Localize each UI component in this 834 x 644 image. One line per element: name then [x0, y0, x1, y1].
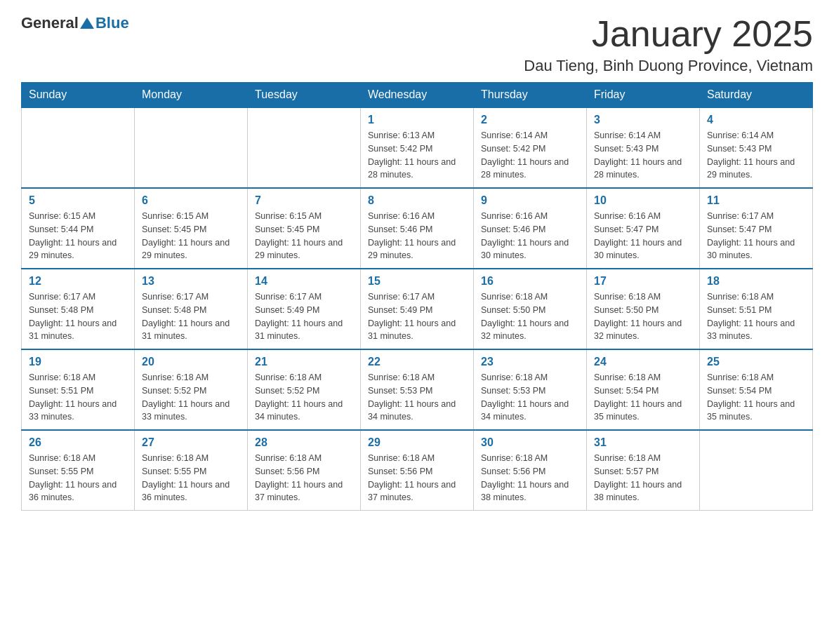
week-row-5: 26Sunrise: 6:18 AMSunset: 5:55 PMDayligh… — [22, 430, 813, 511]
day-number: 20 — [142, 356, 240, 368]
day-info: Sunrise: 6:15 AMSunset: 5:45 PMDaylight:… — [142, 210, 240, 262]
calendar-cell: 11Sunrise: 6:17 AMSunset: 5:47 PMDayligh… — [700, 188, 813, 269]
calendar-cell: 21Sunrise: 6:18 AMSunset: 5:52 PMDayligh… — [248, 349, 361, 430]
calendar-header-saturday: Saturday — [700, 83, 813, 108]
calendar-header-tuesday: Tuesday — [248, 83, 361, 108]
day-number: 19 — [29, 356, 127, 368]
day-number: 1 — [368, 114, 466, 126]
day-number: 8 — [368, 194, 466, 207]
subtitle: Dau Tieng, Binh Duong Province, Vietnam — [524, 57, 813, 75]
day-info: Sunrise: 6:18 AMSunset: 5:55 PMDaylight:… — [142, 452, 240, 504]
day-number: 17 — [594, 275, 692, 288]
day-number: 12 — [29, 275, 127, 288]
calendar-cell: 19Sunrise: 6:18 AMSunset: 5:51 PMDayligh… — [22, 349, 135, 430]
calendar-table: SundayMondayTuesdayWednesdayThursdayFrid… — [21, 82, 813, 511]
day-info: Sunrise: 6:14 AMSunset: 5:43 PMDaylight:… — [707, 129, 805, 182]
day-number: 14 — [255, 275, 353, 288]
calendar-cell — [135, 107, 248, 188]
logo: General Blue — [21, 14, 129, 32]
day-number: 2 — [481, 114, 579, 126]
calendar-cell: 5Sunrise: 6:15 AMSunset: 5:44 PMDaylight… — [22, 188, 135, 269]
day-info: Sunrise: 6:17 AMSunset: 5:49 PMDaylight:… — [255, 290, 353, 343]
day-info: Sunrise: 6:18 AMSunset: 5:56 PMDaylight:… — [481, 452, 579, 504]
day-number: 25 — [707, 356, 805, 368]
day-info: Sunrise: 6:18 AMSunset: 5:51 PMDaylight:… — [29, 371, 127, 424]
calendar-cell: 3Sunrise: 6:14 AMSunset: 5:43 PMDaylight… — [587, 107, 700, 188]
day-info: Sunrise: 6:16 AMSunset: 5:46 PMDaylight:… — [481, 210, 579, 262]
calendar-cell: 25Sunrise: 6:18 AMSunset: 5:54 PMDayligh… — [700, 349, 813, 430]
calendar-cell: 9Sunrise: 6:16 AMSunset: 5:46 PMDaylight… — [474, 188, 587, 269]
day-info: Sunrise: 6:15 AMSunset: 5:44 PMDaylight:… — [29, 210, 127, 262]
day-number: 16 — [481, 275, 579, 288]
day-info: Sunrise: 6:14 AMSunset: 5:42 PMDaylight:… — [481, 129, 579, 182]
day-info: Sunrise: 6:18 AMSunset: 5:54 PMDaylight:… — [707, 371, 805, 424]
day-number: 13 — [142, 275, 240, 288]
day-info: Sunrise: 6:18 AMSunset: 5:57 PMDaylight:… — [594, 452, 692, 504]
calendar-header-row: SundayMondayTuesdayWednesdayThursdayFrid… — [22, 83, 813, 108]
page-header: General Blue January 2025 Dau Tieng, Bin… — [21, 14, 813, 75]
day-number: 5 — [29, 194, 127, 207]
week-row-1: 1Sunrise: 6:13 AMSunset: 5:42 PMDaylight… — [22, 107, 813, 188]
day-info: Sunrise: 6:18 AMSunset: 5:54 PMDaylight:… — [594, 371, 692, 424]
calendar-header-friday: Friday — [587, 83, 700, 108]
calendar-cell: 2Sunrise: 6:14 AMSunset: 5:42 PMDaylight… — [474, 107, 587, 188]
logo-blue-text: Blue — [95, 14, 129, 32]
calendar-cell: 10Sunrise: 6:16 AMSunset: 5:47 PMDayligh… — [587, 188, 700, 269]
calendar-cell: 7Sunrise: 6:15 AMSunset: 5:45 PMDaylight… — [248, 188, 361, 269]
calendar-cell: 1Sunrise: 6:13 AMSunset: 5:42 PMDaylight… — [361, 107, 474, 188]
day-info: Sunrise: 6:18 AMSunset: 5:50 PMDaylight:… — [594, 290, 692, 343]
calendar-header-thursday: Thursday — [474, 83, 587, 108]
calendar-header-monday: Monday — [135, 83, 248, 108]
calendar-cell: 28Sunrise: 6:18 AMSunset: 5:56 PMDayligh… — [248, 430, 361, 511]
calendar-cell: 8Sunrise: 6:16 AMSunset: 5:46 PMDaylight… — [361, 188, 474, 269]
day-number: 22 — [368, 356, 466, 368]
day-info: Sunrise: 6:18 AMSunset: 5:51 PMDaylight:… — [707, 290, 805, 343]
day-number: 21 — [255, 356, 353, 368]
day-info: Sunrise: 6:18 AMSunset: 5:52 PMDaylight:… — [255, 371, 353, 424]
calendar-cell: 24Sunrise: 6:18 AMSunset: 5:54 PMDayligh… — [587, 349, 700, 430]
day-number: 9 — [481, 194, 579, 207]
calendar-cell: 4Sunrise: 6:14 AMSunset: 5:43 PMDaylight… — [700, 107, 813, 188]
calendar-cell: 31Sunrise: 6:18 AMSunset: 5:57 PMDayligh… — [587, 430, 700, 511]
day-number: 23 — [481, 356, 579, 368]
calendar-cell: 27Sunrise: 6:18 AMSunset: 5:55 PMDayligh… — [135, 430, 248, 511]
week-row-2: 5Sunrise: 6:15 AMSunset: 5:44 PMDaylight… — [22, 188, 813, 269]
day-number: 15 — [368, 275, 466, 288]
calendar-cell: 17Sunrise: 6:18 AMSunset: 5:50 PMDayligh… — [587, 269, 700, 349]
day-info: Sunrise: 6:18 AMSunset: 5:52 PMDaylight:… — [142, 371, 240, 424]
week-row-4: 19Sunrise: 6:18 AMSunset: 5:51 PMDayligh… — [22, 349, 813, 430]
day-number: 11 — [707, 194, 805, 207]
title-area: January 2025 Dau Tieng, Binh Duong Provi… — [524, 14, 813, 75]
day-number: 30 — [481, 436, 579, 449]
calendar-cell: 22Sunrise: 6:18 AMSunset: 5:53 PMDayligh… — [361, 349, 474, 430]
day-info: Sunrise: 6:17 AMSunset: 5:47 PMDaylight:… — [707, 210, 805, 262]
day-number: 28 — [255, 436, 353, 449]
day-number: 24 — [594, 356, 692, 368]
calendar-cell: 29Sunrise: 6:18 AMSunset: 5:56 PMDayligh… — [361, 430, 474, 511]
day-number: 27 — [142, 436, 240, 449]
day-number: 6 — [142, 194, 240, 207]
calendar-cell: 15Sunrise: 6:17 AMSunset: 5:49 PMDayligh… — [361, 269, 474, 349]
calendar-cell: 14Sunrise: 6:17 AMSunset: 5:49 PMDayligh… — [248, 269, 361, 349]
calendar-header-sunday: Sunday — [22, 83, 135, 108]
day-info: Sunrise: 6:17 AMSunset: 5:49 PMDaylight:… — [368, 290, 466, 343]
day-info: Sunrise: 6:18 AMSunset: 5:56 PMDaylight:… — [255, 452, 353, 504]
day-info: Sunrise: 6:17 AMSunset: 5:48 PMDaylight:… — [29, 290, 127, 343]
calendar-cell: 16Sunrise: 6:18 AMSunset: 5:50 PMDayligh… — [474, 269, 587, 349]
day-info: Sunrise: 6:13 AMSunset: 5:42 PMDaylight:… — [368, 129, 466, 182]
logo-triangle-icon — [80, 18, 94, 29]
calendar-cell: 12Sunrise: 6:17 AMSunset: 5:48 PMDayligh… — [22, 269, 135, 349]
day-info: Sunrise: 6:15 AMSunset: 5:45 PMDaylight:… — [255, 210, 353, 262]
day-info: Sunrise: 6:18 AMSunset: 5:56 PMDaylight:… — [368, 452, 466, 504]
day-info: Sunrise: 6:14 AMSunset: 5:43 PMDaylight:… — [594, 129, 692, 182]
calendar-cell — [700, 430, 813, 511]
logo-general-text: General — [21, 14, 79, 32]
day-info: Sunrise: 6:18 AMSunset: 5:53 PMDaylight:… — [368, 371, 466, 424]
calendar-header-wednesday: Wednesday — [361, 83, 474, 108]
week-row-3: 12Sunrise: 6:17 AMSunset: 5:48 PMDayligh… — [22, 269, 813, 349]
day-number: 4 — [707, 114, 805, 126]
calendar-cell — [248, 107, 361, 188]
day-info: Sunrise: 6:18 AMSunset: 5:55 PMDaylight:… — [29, 452, 127, 504]
calendar-cell: 6Sunrise: 6:15 AMSunset: 5:45 PMDaylight… — [135, 188, 248, 269]
calendar-cell: 26Sunrise: 6:18 AMSunset: 5:55 PMDayligh… — [22, 430, 135, 511]
